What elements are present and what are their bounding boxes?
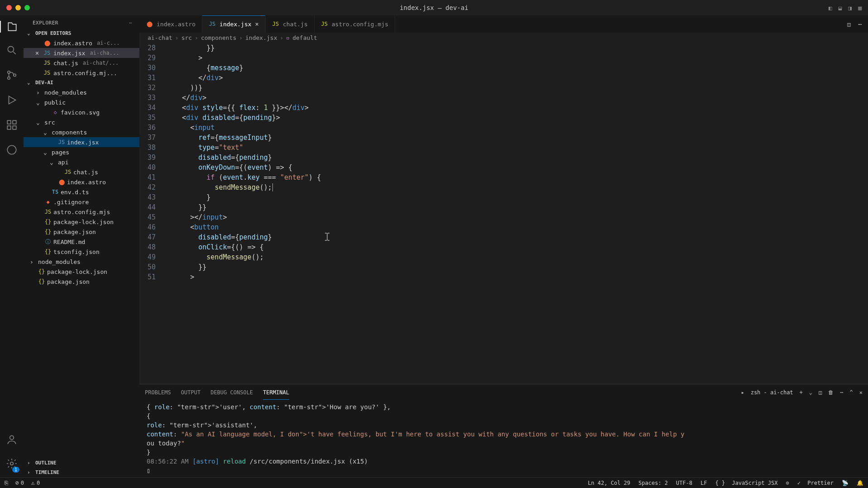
open-editors-section[interactable]: ⌄ OPEN EDITORS <box>24 29 139 38</box>
errors-count[interactable]: ⊘0 <box>15 479 24 486</box>
file-icon: JS <box>43 50 51 56</box>
editor-tab[interactable]: JSchat.js <box>266 15 315 33</box>
chevron-right-icon: › <box>36 89 43 96</box>
terminal-dropdown-icon[interactable]: ⌄ <box>809 389 812 396</box>
tree-file[interactable]: ⓘREADME.md <box>24 237 139 247</box>
open-editor-item[interactable]: JSastro.config.mj... <box>24 68 139 78</box>
tree-file[interactable]: {}tsconfig.json <box>24 247 139 257</box>
more-actions-icon[interactable]: ⋯ <box>129 20 132 26</box>
tree-folder[interactable]: ›node_modules <box>24 257 139 267</box>
run-debug-icon[interactable] <box>6 94 18 107</box>
traffic-lights <box>6 5 30 10</box>
window-close-button[interactable] <box>6 5 12 10</box>
workspace-section[interactable]: ⌄ DEV-AI <box>24 78 139 87</box>
new-terminal-icon[interactable]: + <box>800 389 803 396</box>
source-control-icon[interactable] <box>6 69 18 82</box>
tree-file[interactable]: JSchat.js <box>24 167 139 177</box>
close-tab-icon[interactable]: × <box>255 20 259 28</box>
close-panel-icon[interactable]: ✕ <box>859 389 863 396</box>
language-mode[interactable]: { } JavaScript JSX <box>715 480 777 486</box>
tree-file[interactable]: ◆.gitignore <box>24 197 139 207</box>
maximize-panel-icon[interactable]: ^ <box>850 389 853 396</box>
prettier-status[interactable]: ✓ Prettier <box>797 480 834 486</box>
explorer-icon[interactable] <box>0 21 24 33</box>
editor-tab[interactable]: ⬤index.astro <box>139 15 202 33</box>
svg-point-8 <box>7 145 16 154</box>
tree-file[interactable]: {}package.json <box>24 277 139 287</box>
editor-tab[interactable]: JSastro.config.mjs <box>315 15 395 33</box>
tree-file[interactable]: JSastro.config.mjs <box>24 207 139 217</box>
window-maximize-button[interactable] <box>24 5 30 10</box>
outline-section[interactable]: › OUTLINE <box>24 458 139 468</box>
tree-file[interactable]: {}package-lock.json <box>24 217 139 227</box>
tree-folder[interactable]: ⌄src <box>24 117 139 127</box>
panel-tab[interactable]: PROBLEMS <box>145 386 171 400</box>
more-actions-icon[interactable]: ⋯ <box>858 21 862 28</box>
tree-file[interactable]: ◇favicon.svg <box>24 107 139 117</box>
breadcrumb-item[interactable]: src <box>181 34 192 41</box>
open-editor-item[interactable]: ⬤index.astroai-c... <box>24 38 139 48</box>
tree-folder[interactable]: ⌄public <box>24 97 139 107</box>
file-name: index.jsx <box>53 50 85 57</box>
account-icon[interactable] <box>6 434 18 447</box>
shell-label[interactable]: zsh - ai-chat <box>751 389 793 396</box>
indent-info[interactable]: Spaces: 2 <box>639 480 668 486</box>
breadcrumb-item[interactable]: components <box>201 34 236 41</box>
more-actions-icon[interactable]: ⋯ <box>840 389 843 396</box>
window-minimize-button[interactable] <box>15 5 21 10</box>
eol-info[interactable]: LF <box>701 480 707 486</box>
tree-file[interactable]: TSenv.d.ts <box>24 187 139 197</box>
panel-tab[interactable]: DEBUG CONSOLE <box>210 386 253 400</box>
tree-file[interactable]: {}package-lock.json <box>24 267 139 277</box>
layout-customize-icon[interactable]: ▦ <box>858 5 862 11</box>
section-label: OPEN EDITORS <box>35 30 71 36</box>
search-icon[interactable] <box>6 44 18 57</box>
settings-gear-icon[interactable] <box>6 458 18 471</box>
line-number: 41 <box>139 172 156 182</box>
split-terminal-icon[interactable]: ◫ <box>819 389 822 396</box>
terminal-body[interactable]: { role: "term-str">'user', content: "ter… <box>139 401 868 477</box>
tree-file[interactable]: JSindex.jsx <box>24 137 139 147</box>
feedback-icon[interactable]: 📡 <box>842 480 849 486</box>
code-editor[interactable]: 2829303132333435363738394041424344454647… <box>139 43 868 384</box>
tree-label: package-lock.json <box>53 219 114 225</box>
extensions-icon[interactable] <box>6 119 18 132</box>
editor-tab[interactable]: JSindex.jsx× <box>202 15 266 33</box>
panel-tab[interactable]: TERMINAL <box>263 386 289 400</box>
split-editor-icon[interactable]: ◫ <box>847 21 851 28</box>
panel-bottom-icon[interactable]: ⬓ <box>839 5 842 11</box>
trash-icon[interactable]: 🗑 <box>828 389 834 396</box>
file-icon: JS <box>58 139 65 145</box>
breadcrumb-item[interactable]: ai-chat <box>148 34 172 41</box>
open-editor-item[interactable]: ×JSindex.jsxai-cha... <box>24 48 139 58</box>
remote-icon[interactable] <box>6 144 18 157</box>
open-editor-item[interactable]: JSchat.jsai-chat/... <box>24 58 139 68</box>
timeline-section[interactable]: › TIMELINE <box>24 468 139 477</box>
terminal-shell-icon[interactable]: ▸ <box>741 389 744 396</box>
tree-file[interactable]: {}package.json <box>24 227 139 237</box>
encoding-info[interactable]: UTF-8 <box>676 480 692 486</box>
close-icon[interactable]: × <box>33 49 41 57</box>
notifications-icon[interactable]: 🔔 <box>857 480 863 486</box>
remote-indicator[interactable]: ⎘ <box>5 479 8 486</box>
tree-folder[interactable]: ⌄api <box>24 157 139 167</box>
panel-left-icon[interactable]: ◧ <box>829 5 832 11</box>
file-icon: {} <box>44 229 52 235</box>
chevron-down-icon: ⌄ <box>36 119 43 126</box>
tree-folder[interactable]: ›node_modules <box>24 87 139 97</box>
cursor-position[interactable]: Ln 42, Col 29 <box>588 480 630 486</box>
breadcrumb-item[interactable]: index.jsx <box>245 34 277 41</box>
tree-folder[interactable]: ⌄pages <box>24 147 139 157</box>
panel-tab[interactable]: OUTPUT <box>181 386 200 400</box>
tree-file[interactable]: ⬤index.astro <box>24 177 139 187</box>
tree-folder[interactable]: ⌄components <box>24 127 139 137</box>
panel-right-icon[interactable]: ◨ <box>848 5 852 11</box>
warnings-count[interactable]: ⚠0 <box>31 479 40 486</box>
line-number: 51 <box>139 272 156 282</box>
status-bar: ⎘ ⊘0 ⚠0 Ln 42, Col 29 Spaces: 2 UTF-8 LF… <box>0 477 868 488</box>
breadcrumbs[interactable]: ai-chat›src›components›index.jsx›▫ defau… <box>139 33 868 43</box>
file-name: chat.js <box>53 60 78 67</box>
breadcrumb-item[interactable]: default <box>292 34 317 41</box>
section-label: TIMELINE <box>35 469 59 475</box>
copilot-icon[interactable]: ⊙ <box>786 480 789 486</box>
